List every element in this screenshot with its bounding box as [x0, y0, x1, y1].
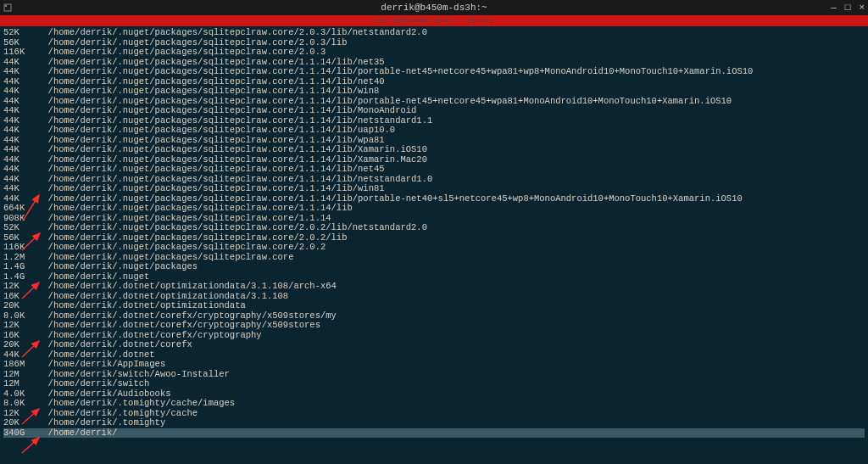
- window-title: derrik@b450m-ds3h:~: [381, 3, 487, 13]
- file-path: /home/derrik/.nuget/packages/sqlitepclra…: [37, 105, 416, 115]
- maximize-button[interactable]: □: [845, 3, 851, 13]
- file-path: /home/derrik/.nuget/packages/sqlitepclra…: [37, 76, 385, 87]
- file-path: /home/derrik/switch: [37, 378, 149, 389]
- close-button[interactable]: ×: [859, 3, 865, 13]
- file-path: /home/derrik/.tomighty: [37, 417, 165, 428]
- disk-size: 116K: [3, 48, 37, 58]
- file-path: /home/derrik/.nuget/packages/sqlitepclra…: [37, 47, 326, 57]
- file-path: /home/derrik/.nuget/packages/sqlitepclra…: [37, 164, 385, 174]
- file-path: /home/derrik/.nuget/packages/sqlitepclra…: [37, 222, 427, 232]
- file-path: /home/derrik/.nuget/packages/sqlitepclra…: [37, 242, 326, 252]
- file-path: /home/derrik/.dotnet/corefx/cryptography…: [37, 310, 337, 321]
- disk-size: 44K: [3, 165, 37, 175]
- file-path: /home/derrik/.nuget/packages/sqlitepclra…: [37, 232, 347, 243]
- disk-size: 44K: [3, 184, 37, 194]
- disk-size: 52K: [3, 223, 37, 233]
- disk-size: 186M: [3, 360, 37, 370]
- file-path: /home/derrik/.nuget/packages/sqlitepclra…: [37, 213, 331, 223]
- file-path: /home/derrik/.nuget/packages/sqlitepclra…: [37, 37, 347, 48]
- window-titlebar: derrik@b450m-ds3h:~ — □ ×: [0, 0, 868, 15]
- file-path: /home/derrik/.nuget/packages/sqlitepclra…: [37, 135, 385, 145]
- file-path: /home/derrik/: [37, 428, 118, 438]
- disk-size: 340G: [3, 428, 37, 439]
- file-path: /home/derrik/.dotnet: [37, 349, 155, 360]
- file-path: /home/derrik/Audiobooks: [37, 389, 171, 399]
- terminal-output[interactable]: 52K /home/derrik/.nuget/packages/sqlitep…: [0, 26, 868, 439]
- disk-size: 12M: [3, 379, 37, 389]
- svg-rect-1: [5, 5, 7, 7]
- tmux-status-text: derrik@b450m-ds3h - 190x51: [375, 17, 493, 25]
- file-path: /home/derrik/.nuget/packages/sqlitepclra…: [37, 193, 743, 204]
- terminal-line: 340G /home/derrik/: [3, 428, 865, 439]
- file-path: /home/derrik/.nuget/packages/sqlitepclra…: [37, 57, 385, 67]
- file-path: /home/derrik/.nuget/packages/sqlitepclra…: [37, 27, 427, 37]
- file-path: /home/derrik/.dotnet/corefx/cryptography…: [37, 320, 320, 330]
- file-path: /home/derrik/.nuget: [37, 271, 149, 282]
- file-path: /home/derrik/.nuget/packages/sqlitepclra…: [37, 125, 395, 135]
- disk-size: 12K: [3, 282, 37, 292]
- app-icon: [3, 3, 12, 12]
- file-path: /home/derrik/.nuget/packages/sqlitepclra…: [37, 96, 732, 106]
- window-controls: — □ ×: [831, 3, 865, 13]
- file-path: /home/derrik/.nuget/packages/sqlitepclra…: [37, 203, 353, 213]
- file-path: /home/derrik/.dotnet/optimizationdata: [37, 300, 246, 310]
- disk-size: 44K: [3, 67, 37, 77]
- disk-size: 44K: [3, 106, 37, 116]
- terminal-line: 20K /home/derrik/.tomighty: [3, 418, 865, 428]
- file-path: /home/derrik/AppImages: [37, 359, 165, 369]
- disk-size: 44K: [3, 145, 37, 155]
- file-path: /home/derrik/.tomighty/cache: [37, 408, 198, 418]
- file-path: /home/derrik/.dotnet/corefx/cryptography: [37, 330, 262, 340]
- disk-size: 20K: [3, 301, 37, 311]
- file-path: /home/derrik/switch/Awoo-Installer: [37, 369, 230, 379]
- file-path: /home/derrik/.nuget/packages/sqlitepclra…: [37, 174, 432, 184]
- tmux-status-bar: derrik@b450m-ds3h - 190x51: [0, 15, 868, 26]
- disk-size: 664K: [3, 204, 37, 214]
- file-path: /home/derrik/.nuget/packages/sqlitepclra…: [37, 154, 427, 165]
- disk-size: 12K: [3, 321, 37, 331]
- disk-size: 44K: [3, 126, 37, 136]
- disk-size: 116K: [3, 243, 37, 253]
- file-path: /home/derrik/.nuget/packages/sqlitepclra…: [37, 115, 432, 126]
- annotation-arrow: [22, 438, 39, 453]
- file-path: /home/derrik/.dotnet/optimizationdata/3.…: [37, 281, 337, 291]
- file-path: /home/derrik/.dotnet/corefx: [37, 339, 192, 349]
- disk-size: 20K: [3, 418, 37, 428]
- disk-size: 52K: [3, 28, 37, 38]
- file-path: /home/derrik/.tomighty/cache/images: [37, 398, 235, 408]
- disk-size: 1.4G: [3, 262, 37, 272]
- minimize-button[interactable]: —: [831, 3, 837, 13]
- disk-size: 8.0K: [3, 399, 37, 409]
- disk-size: 20K: [3, 340, 37, 350]
- file-path: /home/derrik/.nuget/packages/sqlitepclra…: [37, 86, 379, 96]
- file-path: /home/derrik/.nuget/packages/sqlitepclra…: [37, 252, 293, 262]
- file-path: /home/derrik/.nuget/packages/sqlitepclra…: [37, 66, 753, 76]
- file-path: /home/derrik/.nuget/packages: [37, 261, 198, 271]
- file-path: /home/derrik/.dotnet/optimizationdata/3.…: [37, 291, 288, 301]
- titlebar-left: [3, 3, 12, 12]
- file-path: /home/derrik/.nuget/packages/sqlitepclra…: [37, 183, 385, 193]
- disk-size: 44K: [3, 87, 37, 97]
- file-path: /home/derrik/.nuget/packages/sqlitepclra…: [37, 144, 427, 154]
